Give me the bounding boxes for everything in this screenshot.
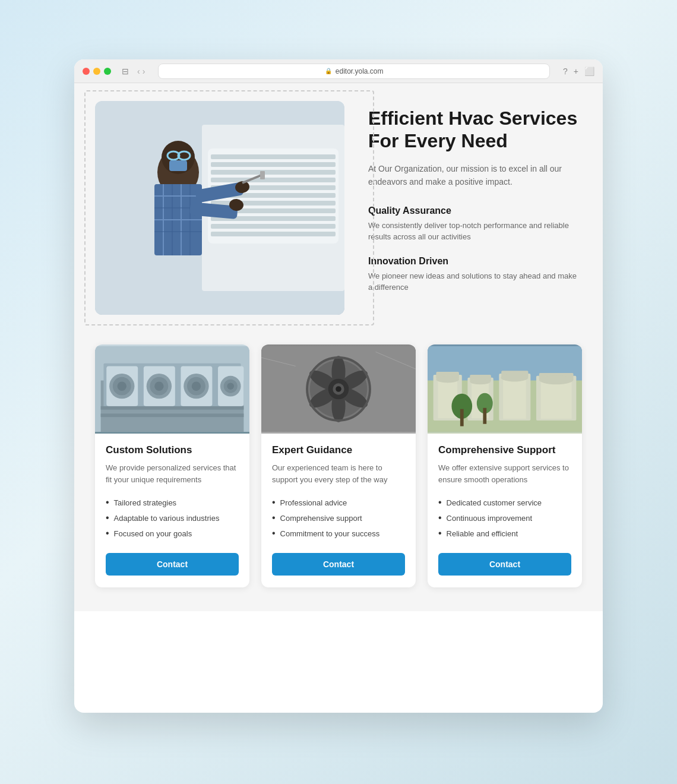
card-list-2: Professional advice Comprehensive suppor… <box>272 495 405 541</box>
svg-rect-55 <box>101 413 244 417</box>
list-item: Continuous improvement <box>438 510 571 526</box>
feature-quality-desc: We consistently deliver top-notch perfor… <box>368 220 582 243</box>
list-item: Professional advice <box>272 495 405 510</box>
card-list-3: Dedicated customer service Continuous im… <box>438 495 571 541</box>
minimize-button[interactable] <box>93 68 100 75</box>
svg-rect-3 <box>211 154 336 159</box>
url-text: editor.yola.com <box>336 67 384 75</box>
svg-rect-94 <box>483 408 486 424</box>
forward-button[interactable]: › <box>143 67 145 76</box>
feature-quality: Quality Assurance We consistently delive… <box>368 206 582 243</box>
browser-titlebar: ⊟ ‹ › 🔒 editor.yola.com ? + ⬜ <box>74 59 603 83</box>
svg-point-78 <box>436 376 459 383</box>
svg-rect-85 <box>503 378 526 419</box>
page-content: Efficient Hvac Services For Every Need A… <box>74 83 603 611</box>
feature-quality-title: Quality Assurance <box>368 206 582 216</box>
card-list-1: Tailored strategies Adaptable to various… <box>106 495 239 541</box>
list-item: Dedicated customer service <box>438 495 571 510</box>
svg-rect-92 <box>460 409 464 426</box>
feature-innovation: Innovation Driven We pioneer new ideas a… <box>368 256 582 293</box>
feature-innovation-desc: We pioneer new ideas and solutions to st… <box>368 270 582 293</box>
svg-point-41 <box>118 381 126 390</box>
card-title-2: Expert Guidance <box>272 444 405 456</box>
svg-point-53 <box>227 382 234 390</box>
contact-button-2[interactable]: Contact <box>272 553 405 576</box>
card-body-1: Custom Solutions We provide personalized… <box>95 434 249 587</box>
card-expert-guidance: Expert Guidance Our experienced team is … <box>261 344 416 587</box>
card-desc-3: We offer extensive support services to e… <box>438 462 571 485</box>
browser-window: ⊟ ‹ › 🔒 editor.yola.com ? + ⬜ <box>74 59 603 713</box>
traffic-lights <box>83 68 111 75</box>
list-item: Adaptable to various industries <box>106 510 239 526</box>
browser-actions: ? + ⬜ <box>563 67 594 76</box>
list-item: Comprehensive support <box>272 510 405 526</box>
list-item: Tailored strategies <box>106 495 239 510</box>
card-image-3 <box>428 344 582 434</box>
hero-image-container <box>95 101 344 315</box>
contact-button-1[interactable]: Contact <box>106 553 239 576</box>
card-desc-2: Our experienced team is here to support … <box>272 462 405 485</box>
hero-title: Efficient Hvac Services For Every Need <box>368 107 582 153</box>
card-body-2: Expert Guidance Our experienced team is … <box>261 434 416 587</box>
svg-point-45 <box>154 381 163 390</box>
svg-rect-19 <box>169 160 187 171</box>
card-image-2 <box>261 344 416 434</box>
list-item: Focused on your goals <box>106 526 239 541</box>
close-button[interactable] <box>83 68 90 75</box>
share-icon[interactable]: ⬜ <box>584 67 594 76</box>
svg-rect-13 <box>211 232 336 236</box>
svg-rect-12 <box>211 224 336 229</box>
card-title-1: Custom Solutions <box>106 444 239 456</box>
card-title-3: Comprehensive Support <box>438 444 571 456</box>
cards-section: Custom Solutions We provide personalized… <box>95 344 582 587</box>
hero-image <box>95 101 344 315</box>
svg-rect-54 <box>101 406 244 410</box>
feature-innovation-title: Innovation Driven <box>368 256 582 267</box>
help-icon[interactable]: ? <box>563 67 568 76</box>
hero-text: Efficient Hvac Services For Every Need A… <box>368 101 582 306</box>
svg-rect-6 <box>211 178 336 182</box>
nav-arrows: ‹ › <box>137 67 145 76</box>
add-tab-icon[interactable]: + <box>574 67 578 76</box>
svg-rect-89 <box>541 380 572 419</box>
svg-rect-34 <box>260 171 265 179</box>
list-item: Reliable and efficient <box>438 526 571 541</box>
hero-subtitle: At Our Organization, our mission is to e… <box>368 162 582 189</box>
card-custom-solutions: Custom Solutions We provide personalized… <box>95 344 249 587</box>
address-bar[interactable]: 🔒 editor.yola.com <box>158 64 550 79</box>
card-image-1 <box>95 344 249 434</box>
svg-rect-5 <box>211 170 336 175</box>
hero-section: Efficient Hvac Services For Every Need A… <box>95 101 582 315</box>
card-body-3: Comprehensive Support We offer extensive… <box>428 434 582 587</box>
card-comprehensive-support: Comprehensive Support We offer extensive… <box>428 344 582 587</box>
svg-rect-4 <box>211 162 336 167</box>
svg-point-90 <box>539 375 574 384</box>
maximize-button[interactable] <box>104 68 111 75</box>
svg-point-49 <box>192 381 201 390</box>
back-button[interactable]: ‹ <box>137 67 140 76</box>
svg-point-82 <box>470 379 491 385</box>
svg-point-68 <box>336 386 341 392</box>
contact-button-3[interactable]: Contact <box>438 553 571 576</box>
lock-icon: 🔒 <box>325 68 332 74</box>
list-item: Commitment to your success <box>272 526 405 541</box>
card-desc-1: We provide personalized services that fi… <box>106 462 239 485</box>
svg-point-86 <box>501 374 528 381</box>
tabs-icon: ⊟ <box>122 67 129 76</box>
